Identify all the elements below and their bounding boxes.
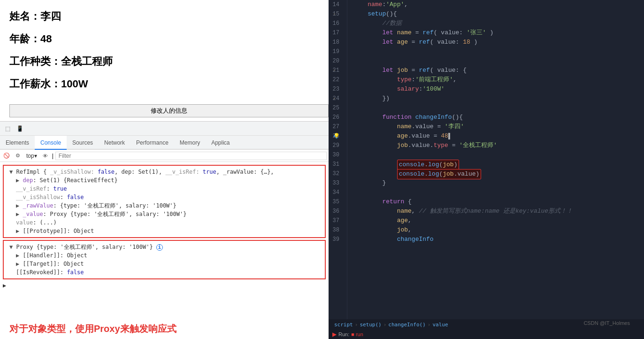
value-dots-line: value: (...) xyxy=(7,218,322,227)
job-display: 工作种类：全栈工程师 xyxy=(9,54,319,69)
v-isref-line: __v_isRef: true xyxy=(7,185,322,193)
bottom-caption: 对于对象类型，使用Proxy来触发响应式 xyxy=(0,319,329,339)
eye-btn[interactable]: 👁 xyxy=(41,151,50,161)
code-line-20 xyxy=(353,56,638,66)
ln-38: 38 xyxy=(332,225,343,235)
expand-proto[interactable]: ▶ xyxy=(16,228,19,234)
code-line-24: }) xyxy=(353,94,638,103)
expand-handler[interactable]: ▶ xyxy=(16,252,19,259)
name-display: 姓名：李四 xyxy=(9,9,319,23)
ln-39: 39 xyxy=(332,235,343,244)
ln-33: 33 xyxy=(332,178,343,188)
devtools-panel: ⬚ 📱 Elements Console Sources Network Per… xyxy=(0,121,329,339)
context-dropdown-icon: ▾ xyxy=(34,153,37,159)
dep-line: ▶ dep: Set(1) {ReactiveEffect} xyxy=(7,176,322,185)
code-line-17: let name = ref( value: '张三' ) xyxy=(353,28,638,38)
ln-35: 35 xyxy=(332,197,343,207)
tab-elements[interactable]: Elements xyxy=(0,136,35,150)
ln-28: 28💡 xyxy=(332,131,343,141)
webpage-content: 姓名：李四 年龄：48 工作种类：全栈工程师 工作薪水：100W xyxy=(0,0,329,104)
ln-32: 32 xyxy=(332,169,343,178)
code-line-22: type:'前端工程师', xyxy=(353,75,638,85)
ln-31: 31 xyxy=(332,160,343,169)
prototype-line: ▶ [[Prototype]]: Object xyxy=(7,227,322,235)
ln-23: 23 xyxy=(332,85,343,94)
code-line-34 xyxy=(353,188,638,197)
code-line-25 xyxy=(353,103,638,113)
info-icon: i xyxy=(156,244,163,251)
ln-15: 15 xyxy=(332,9,343,19)
breadcrumb-script[interactable]: script xyxy=(334,322,353,328)
clear-console-btn[interactable]: 🚫 xyxy=(2,151,11,161)
breadcrumb-value[interactable]: value xyxy=(432,322,448,328)
expand-more-line: ▶ xyxy=(0,281,329,290)
code-line-16: //数据 xyxy=(353,19,638,28)
inspect-element-btn[interactable]: ⬚ xyxy=(2,123,13,134)
ln-18: 18 xyxy=(332,38,343,47)
code-lines: name:'App', setup(){ //数据 let name = ref… xyxy=(347,0,644,319)
expand-rawvalue[interactable]: ▶ xyxy=(16,202,19,209)
ln-24: 24 xyxy=(332,94,343,103)
tab-console[interactable]: Console xyxy=(35,136,67,150)
left-panel: 姓名：李四 年龄：48 工作种类：全栈工程师 工作薪水：100W 修改人的信息 … xyxy=(0,0,329,339)
isrevoked-line: [[IsRevoked]]: false xyxy=(7,268,322,277)
console-settings-btn[interactable]: ⚙ xyxy=(13,151,23,161)
ln-16: 16 xyxy=(332,19,343,28)
tab-memory[interactable]: Memory xyxy=(174,136,206,150)
v-isshallow-line: __v_isShallow: false xyxy=(7,193,322,201)
ln-27: 27 xyxy=(332,122,343,131)
code-line-38: job, xyxy=(353,225,638,235)
console-output: ▼ RefImpl { _v_isShallow: false, dep: Se… xyxy=(0,162,329,319)
tab-sources[interactable]: Sources xyxy=(67,136,99,150)
run-label: Run: xyxy=(338,331,349,337)
expand-arrow-1[interactable]: ▼ xyxy=(9,169,13,175)
code-line-18: let age = ref( value: 18 ) xyxy=(353,38,638,47)
modify-button[interactable]: 修改人的信息 xyxy=(9,104,329,117)
code-line-27: name.value = '李四' xyxy=(353,122,638,131)
run-action: ■ run xyxy=(351,331,363,337)
proxy-header: ▼ Proxy {type: '全栈工程师', salary: '100W'} … xyxy=(7,243,322,251)
ln-20: 20 xyxy=(332,56,343,66)
code-line-29: job.value.type = '全栈工程师' xyxy=(353,141,638,150)
code-line-14: name:'App', xyxy=(353,0,638,9)
handler-line: ▶ [[Handler]]: Object xyxy=(7,251,322,260)
ln-17: 17 xyxy=(332,28,343,38)
context-select[interactable]: top ▾ xyxy=(24,153,39,159)
salary-display: 工作薪水：100W xyxy=(9,77,319,91)
devtools-toolbar: ⬚ 📱 xyxy=(0,122,329,136)
code-line-31: console.log(job) xyxy=(353,160,638,169)
ln-21: 21 xyxy=(332,66,343,75)
breadcrumb-setup[interactable]: setup() xyxy=(360,322,381,328)
ln-19: 19 xyxy=(332,47,343,56)
ln-30: 30 xyxy=(332,150,343,160)
line-numbers: 14 15 16 17 18 19 20 21 22 23 24 25 26 2… xyxy=(329,0,347,319)
tab-application[interactable]: Applica xyxy=(206,136,235,150)
csdn-watermark: CSDN @IT_Holmes xyxy=(583,320,630,326)
expand-dep[interactable]: ▶ xyxy=(16,177,19,184)
ln-22: 22 xyxy=(332,75,343,85)
code-line-30 xyxy=(353,150,638,160)
ln-36: 36 xyxy=(332,207,343,216)
code-line-26: function changeInfo(){ xyxy=(353,113,638,122)
console-group-proxy: ▼ Proxy {type: '全栈工程师', salary: '100W'} … xyxy=(3,240,326,279)
devtools-tabs: Elements Console Sources Network Perform… xyxy=(0,136,329,150)
code-line-23: salary:'100W' xyxy=(353,85,638,94)
code-line-21: let job = ref( value: { xyxy=(353,66,638,75)
code-line-28: age.value = 48 xyxy=(353,131,638,141)
breadcrumb-changeinfo[interactable]: changeInfo() xyxy=(388,322,425,328)
code-editor: 14 15 16 17 18 19 20 21 22 23 24 25 26 2… xyxy=(329,0,644,339)
ln-34: 34 xyxy=(332,188,343,197)
expand-target[interactable]: ▶ xyxy=(16,261,19,267)
run-icon: ▶ xyxy=(332,331,337,338)
tab-performance[interactable]: Performance xyxy=(130,136,174,150)
device-toggle-btn[interactable]: 📱 xyxy=(14,123,25,134)
expand-arrow-2[interactable]: ▼ xyxy=(9,244,13,250)
code-line-37: age, xyxy=(353,216,638,225)
ln-25: 25 xyxy=(332,103,343,113)
code-line-35: return { xyxy=(353,197,638,207)
expand-value[interactable]: ▶ xyxy=(16,211,19,217)
tab-network[interactable]: Network xyxy=(99,136,130,150)
console-group-refimpl: ▼ RefImpl { _v_isShallow: false, dep: Se… xyxy=(3,165,326,238)
target-line: ▶ [[Target]]: Object xyxy=(7,260,322,268)
filter-input[interactable] xyxy=(55,152,327,160)
